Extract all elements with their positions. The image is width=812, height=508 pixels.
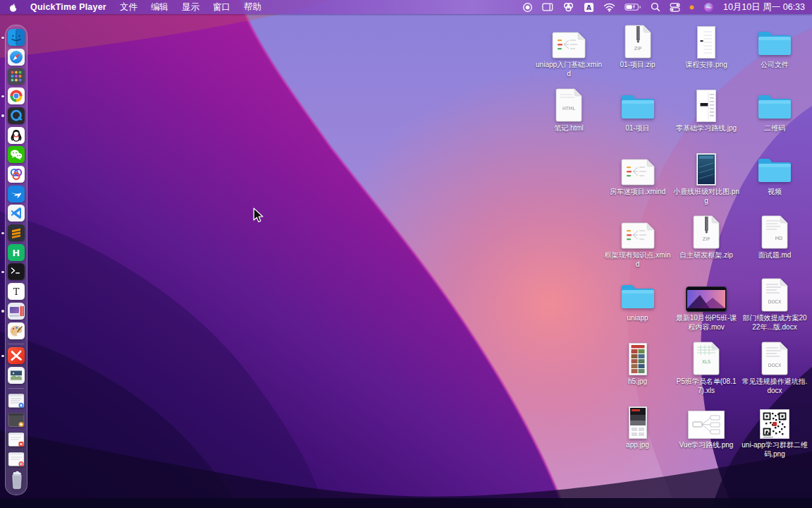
record-stop-icon[interactable] [522,0,533,14]
img-route-file-icon [696,85,716,122]
xmind-file-icon [621,212,655,249]
running-indicator-dot [1,310,4,313]
desktop-icon-html-4[interactable]: HTML笔记.html [535,85,603,133]
wechat-dock-icon[interactable] [8,146,25,163]
menu-item-0[interactable]: 文件 [120,1,137,13]
hbuilderx-dock-icon[interactable]: H [8,244,25,261]
photo-viewer-dock-icon[interactable] [8,367,25,384]
desktop-icon-label: 最新10月份P5班-课程内容.mov [673,314,739,332]
quicktime-dock-icon[interactable] [8,107,25,124]
terminal-dock-icon[interactable] [8,263,25,280]
battery-icon[interactable] [625,0,641,14]
menu-item-2[interactable]: 显示 [182,1,199,13]
desktop-icon-xmind-11[interactable]: 框架现有知识点.xmind [604,212,672,269]
desktop-icon-label: 01-项目 [625,124,649,133]
chrome-dock-icon[interactable] [8,87,25,104]
menu-list: 文件编辑显示窗口帮助 [120,1,262,13]
launchpad-dock-icon[interactable] [8,68,25,85]
desktop-icon-folder-5[interactable]: 01-项目 [604,85,672,133]
docx-file-icon: DOCX [761,275,788,312]
rings-app-dock-icon[interactable] [8,166,25,183]
palette-app-dock-icon[interactable] [8,322,25,339]
desktop-icon-folder-7[interactable]: 二维码 [741,85,808,133]
desktop-icon-img-dark-9[interactable]: 小鹿线班级对比图.png [672,149,740,205]
safari-dock-icon[interactable] [8,49,25,66]
desktop-icon-label: 公司文件 [761,61,789,70]
desktop-icon-label: 常见违规操作避坑指.docx [742,377,808,395]
wifi-icon[interactable] [603,0,615,14]
finder-dock-icon[interactable] [8,29,25,46]
minimized-window-dark-dock-icon[interactable] [8,411,25,428]
desktop-icon-label: 房车迷项目.xmind [610,188,665,197]
recording-indicator-dot [689,0,694,14]
img-talldoc-file-icon [697,22,715,59]
running-indicator-dot [1,114,4,117]
desktop-icon-mov-15[interactable]: 最新10月份P5班-课程内容.mov [672,275,740,332]
control-center-icon[interactable] [670,0,680,14]
folder-file-icon [756,149,794,186]
dingtalk-dock-icon[interactable] [8,186,25,202]
xls-file-icon: XLS [693,339,720,375]
desktop-icon-folder-3[interactable]: 公司文件 [741,22,808,70]
desktop-icon-label: 零基础学习路线.jpg [676,124,737,133]
desktop-icon-folder-10[interactable]: 视频 [741,149,808,197]
desktop-icon-label: 笔记.html [554,124,584,133]
desktop-icon-folder-14[interactable]: uniapp [604,275,672,323]
desktop-icon-xls-18[interactable]: XLSP5班学员名单(08.17).xls [672,339,740,395]
menu-item-4[interactable]: 帮助 [244,1,262,13]
desktop-icon-label: app.jpg [626,441,649,450]
svg-text:DOCX: DOCX [768,363,782,368]
desktop-icon-img-grid-17[interactable]: h5.jpg [604,339,672,387]
menu-bar-clock[interactable]: 10月10日 周一 06:33 [723,1,805,13]
svg-text:HTML: HTML [562,106,575,111]
desktop-icon-img-qr-22[interactable]: uni-app学习群群二维码.png [741,402,808,459]
desktop-icon-img-app-20[interactable]: app.jpg [604,402,672,450]
apple-menu[interactable] [8,2,18,13]
desktop-icon-label: 部门绩效提成方案2022年...版.docx [742,314,808,332]
desktop-icon-xmind-0[interactable]: uniapp入门基础.xmind [535,22,603,78]
xmind-app-dock-icon[interactable] [8,347,25,364]
svg-text:ZIP: ZIP [634,46,641,52]
folder-file-icon [756,22,794,59]
rings-icon[interactable] [562,0,574,14]
vscode-dock-icon[interactable] [8,205,25,222]
mouse-cursor [252,207,265,223]
img-qr-file-icon [760,402,789,439]
sublime-dock-icon[interactable] [8,224,25,241]
desktop-icon-md-13[interactable]: MD面试题.md [741,212,808,260]
screen-share-dock-icon[interactable] [8,303,25,320]
menu-bar-left: QuickTime Player 文件编辑显示窗口帮助 [8,1,262,13]
siri-icon[interactable] [703,0,714,14]
minimized-window-doc-dock-icon[interactable] [8,392,25,409]
dock-separator [8,387,24,388]
md-file-icon: MD [761,212,788,249]
menu-item-1[interactable]: 编辑 [151,1,168,13]
input-source-icon[interactable]: A [584,0,594,14]
desktop-icon-zip-1[interactable]: ZIP01-项目.zip [604,22,672,70]
spotlight-icon[interactable] [651,0,660,14]
svg-text:H: H [13,248,20,258]
macos-desktop: QuickTime Player 文件编辑显示窗口帮助 A [0,0,812,508]
desktop-icon-img-talldoc-2[interactable]: 课程安排.png [672,22,740,70]
minimized-window-xmind-dock-icon[interactable] [8,431,25,448]
menu-item-3[interactable]: 窗口 [213,1,230,13]
active-app-menu[interactable]: QuickTime Player [30,2,106,12]
zip-file-icon: ZIP [625,22,651,59]
img-grid-file-icon [629,339,647,375]
desktop-icon-xmind-8[interactable]: 房车迷项目.xmind [604,149,672,197]
desktop-icon-img-wide-21[interactable]: Vue学习路线.png [672,402,740,450]
desktop-icon-zip-12[interactable]: ZIP自主研发框架.zip [672,212,740,260]
minimized-window-chrome-dock-icon[interactable] [8,451,25,468]
display-mirroring-icon[interactable] [542,0,553,14]
img-wide-file-icon [688,402,725,439]
trash-dock-icon[interactable] [8,470,25,487]
desktop-icon-docx-16[interactable]: DOCX部门绩效提成方案2022年...版.docx [741,275,808,332]
qq-dock-icon[interactable] [8,127,25,144]
running-indicator-dot [1,355,4,358]
desktop-icon-img-route-6[interactable]: 零基础学习路线.jpg [672,85,740,133]
desktop-icon-docx-19[interactable]: DOCX常见违规操作避坑指.docx [741,339,808,395]
typora-dock-icon[interactable]: T [8,283,25,300]
running-indicator-dot [1,95,4,98]
folder-file-icon [619,85,657,122]
running-indicator-dot [1,232,4,235]
